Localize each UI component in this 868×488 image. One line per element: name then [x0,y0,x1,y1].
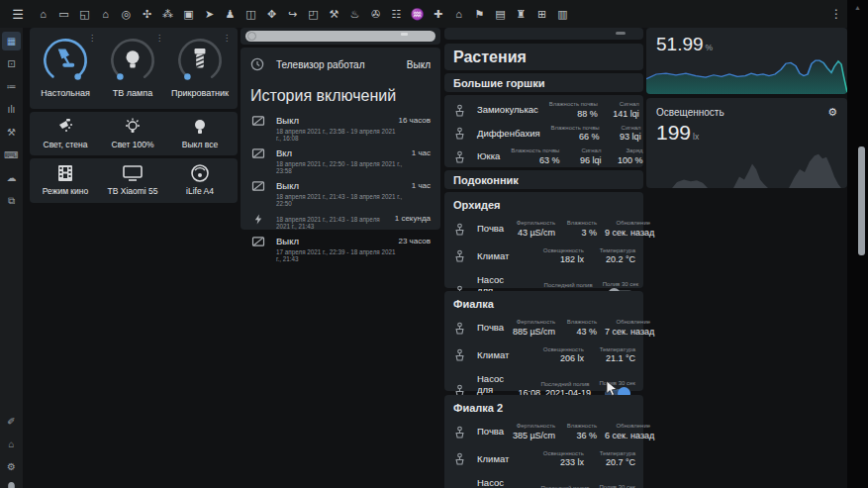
plant-card-violet-2: Фиалка 2 Почва Фертильность385 µS/cm Вла… [444,395,643,488]
sidebar-item-cloud[interactable]: ☁ [2,168,21,187]
history-title: История включений [241,71,440,111]
scene-cinema-mode[interactable]: Режим кино [32,163,99,196]
tab-devices[interactable]: ⁂ [160,6,175,22]
tab-card[interactable]: ▣ [181,6,196,22]
tab-building[interactable]: ⌂ [98,6,113,22]
slider-handle[interactable] [616,32,626,35]
slider-thumb[interactable] [247,32,256,41]
brightness-dial-off[interactable] [108,36,157,85]
sidebar-item-history[interactable]: ılı [2,100,21,119]
brightness-slider[interactable] [245,31,435,42]
sidebar-item-configuration[interactable]: ⚙ [2,457,21,476]
device-label: ТВ Xiaomi 55 [99,186,166,196]
climate-row[interactable]: Климат Освещенность182 lx Температура20.… [444,243,643,270]
robot-vacuum-icon [190,163,210,183]
tab-picture[interactable]: ◫ [243,6,258,22]
history-state: Выкл [276,236,398,246]
sidebar-item-logbook[interactable]: ≔ [2,77,21,96]
wall-light-icon [55,117,75,137]
sidebar-item-notifications[interactable] [2,480,21,488]
pump-row[interactable]: Насос для фиалки Последний полив12:34, 2… [444,472,643,488]
tab-home[interactable]: ⌂ [36,6,50,22]
scrollbar-thumb[interactable] [858,146,865,255]
history-row[interactable]: Выкл 18 апреля 2021 г., 21:43 - 18 апрел… [241,176,440,209]
device-tv-xiaomi[interactable]: ТВ Xiaomi 55 [99,163,166,196]
stat-label: Последний полив [522,282,593,288]
soil-row[interactable]: Почва Фертильность885 µS/cm Влажность43 … [444,314,643,342]
history-duration: 16 часов [398,115,431,142]
history-row[interactable]: Выкл 17 апреля 2021 г., 22:39 - 18 апрел… [241,232,440,264]
scene-light-100[interactable]: Свет 100% [99,117,166,149]
device-vacuum[interactable]: iLife A4 [166,163,234,196]
plant-row[interactable]: Диффенбахия Влажность почвы66 % Сигнал93… [444,122,643,146]
tab-floorplan[interactable]: ◱ [77,6,92,22]
history-state: Выкл [276,180,412,191]
soil-row[interactable]: Почва Фертильность43 µS/cm Влажность3 % … [444,215,643,243]
tab-send[interactable]: ➤ [202,6,217,22]
scene-wall-light[interactable]: Свет, стена [32,117,99,149]
overflow-menu-icon[interactable]: ⋮ [826,7,846,21]
brightness-dial-on[interactable] [41,36,90,85]
mouse-cursor [606,380,618,397]
plant-row[interactable]: Замиокулькас Влажность почвы88 % Сигнал1… [444,98,643,122]
history-row[interactable]: 18 апреля 2021 г., 21:43 - 18 апреля 202… [241,209,440,232]
illuminance-sparkline [646,146,847,188]
sidebar-item-supervisor[interactable]: ⌂ [2,435,21,453]
tab-tower[interactable]: ♜ [514,6,529,22]
tab-hook[interactable]: ↪ [285,6,300,22]
scroll-up-icon[interactable]: ▲ [847,4,868,11]
tab-fan[interactable]: ✥ [264,6,279,22]
sidebar-item-developer-tools[interactable]: ⚒ [2,123,21,142]
tab-home-2[interactable]: ⌂ [451,6,466,22]
tab-blinds[interactable]: ☷ [389,6,404,22]
soil-row[interactable]: Почва Фертильность385 µS/cm Влажность36 … [444,418,643,445]
illuminance-graph-card[interactable]: Освещенность ⚙ 199lx [646,98,847,188]
plant-row[interactable]: Юкка Влажность почвы63 % Сигнал96 lqi За… [444,145,643,168]
sidebar-item-media-browser[interactable]: ⧉ [2,191,21,210]
tile-menu-icon[interactable]: ⋮ [88,34,96,43]
tab-grid[interactable]: ⊞ [534,6,549,22]
scrollbar[interactable]: ▲ [847,0,868,488]
tab-person[interactable]: ♟ [223,6,238,22]
light-dial-desk-lamp[interactable]: ⋮ Настольная [32,32,99,98]
tab-flag[interactable]: ⚑ [472,6,487,22]
dashboard-view: ⋮ Настольная ⋮ [23,28,848,488]
tab-tools[interactable]: ⚒ [327,6,341,22]
tile-menu-icon[interactable]: ⋮ [223,34,231,43]
section-title: Растения [444,44,643,71]
light-dial-tv-lamp[interactable]: ⋮ ТВ лампа [99,32,166,98]
tab-water[interactable]: ◎ [119,6,134,22]
tab-chandelier[interactable]: ✣ [140,6,154,22]
stat-label: Обновление [605,220,650,226]
tv-runtime-row[interactable]: Телевизор работал Выкл [241,48,440,71]
tab-climate[interactable]: ♒ [410,6,425,22]
menu-icon[interactable]: ☰ [6,7,30,22]
history-row[interactable]: Вкл 18 апреля 2021 г., 22:50 - 18 апреля… [241,144,440,176]
tab-list[interactable]: ▤ [493,6,508,22]
brightness-dial-off[interactable] [175,36,225,85]
stat-label: Освещенность [538,450,584,456]
climate-row[interactable]: Климат Освещенность206 lx Температура21.… [444,342,643,369]
tab-bath[interactable]: ♨ [347,6,362,22]
climate-row[interactable]: Климат Освещенность233 lx Температура20.… [444,445,643,473]
sidebar-item-media-player[interactable]: ⊡ [2,54,21,73]
tab-tv[interactable]: ▭ [56,6,71,22]
tab-add[interactable]: ✚ [431,6,445,22]
row-name: Почва [477,426,504,437]
history-period: 18 апреля 2021 г., 21:43 - 18 апреля 202… [276,216,395,230]
sidebar-item-tools[interactable]: ✐ [2,412,21,431]
humidity-graph-card[interactable]: 51.99% [646,28,847,94]
tab-room[interactable]: ◰ [306,6,321,22]
tab-kitchen[interactable]: ✇ [368,6,383,22]
gear-icon[interactable]: ⚙ [827,106,837,119]
scene-all-off[interactable]: Выкл все [166,117,234,149]
tab-wall[interactable]: ▥ [555,6,570,22]
sidebar-item-dashboard[interactable]: ▦ [2,32,21,50]
stat-value: 3 % [563,228,597,238]
sidebar-item-terminal[interactable]: ⌨ [2,146,21,164]
light-dial-bedside[interactable]: ⋮ Прикроватник [166,32,234,98]
history-row[interactable]: Выкл 18 апреля 2021 г., 23:58 - 19 апрел… [241,111,440,144]
tile-menu-icon[interactable]: ⋮ [155,34,163,43]
stat-label: Температура [592,247,635,253]
toggle-label: Полив 30 сек [603,281,639,287]
